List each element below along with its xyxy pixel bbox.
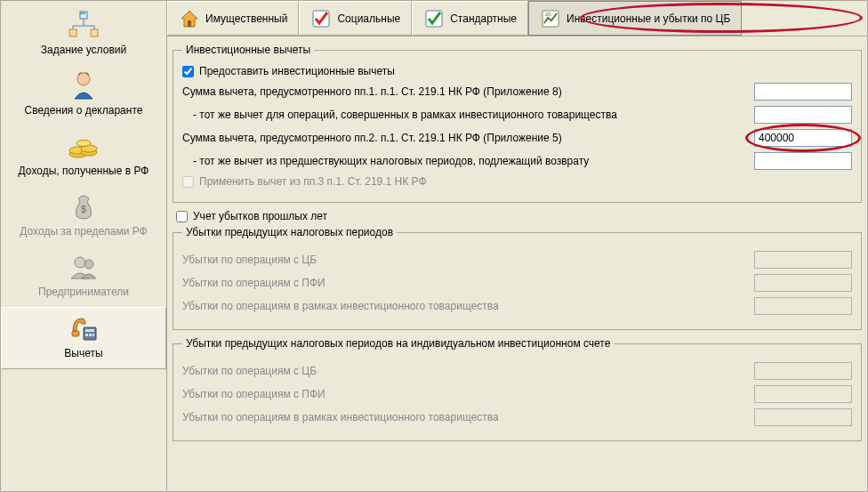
svg-rect-22 (188, 20, 191, 27)
tab-standard[interactable]: Стандартные (412, 1, 528, 36)
tab-label: Инвестиционные и убытки по ЦБ (567, 12, 730, 25)
input-loss-pfi (754, 274, 852, 292)
label: Убытки по операциям в рамках инвестицион… (182, 300, 747, 312)
sidebar-item-label: Предприниматели (38, 286, 129, 298)
sidebar-item-label: Доходы, полученные в РФ (19, 165, 149, 177)
tab-label: Социальные (337, 12, 400, 25)
checkbox-green-icon (423, 8, 445, 29)
svg-point-14 (75, 257, 85, 268)
row-iis-pfi: Убытки по операциям с ПФИ (182, 385, 852, 403)
row-sum-pp1: Сумма вычета, предусмотренного пп.1. п.1… (182, 83, 852, 101)
input-loss-cb (754, 251, 852, 269)
input-sum-pp1[interactable] (754, 83, 852, 101)
chk-provide-invest[interactable]: Предоставить инвестиционные вычеты (182, 65, 852, 77)
label: - тот же вычет из предшествующих налогов… (182, 155, 747, 167)
svg-rect-0 (80, 12, 87, 19)
sidebar-item-label: Задание условий (41, 44, 126, 56)
losses-iis-group: Убытки предыдущих налоговых периодов на … (173, 337, 862, 441)
svg-rect-18 (85, 334, 88, 336)
label: Убытки по операциям с ЦБ (182, 254, 747, 266)
tab-label: Имущественный (205, 12, 287, 25)
row-loss-pfi: Убытки по операциям с ПФИ (182, 274, 852, 292)
input-iis-it (754, 408, 852, 426)
svg-rect-20 (92, 334, 94, 336)
input-iis-pfi (754, 385, 852, 403)
tab-label: Стандартные (450, 12, 517, 25)
main-panel: Имущественный Социальные Стандартные 20.… (167, 1, 867, 491)
label: Убытки по операциям с ЦБ (182, 365, 747, 377)
row-loss-cb: Убытки по операциям с ЦБ (182, 251, 852, 269)
coins-icon (66, 131, 101, 161)
row-iis-it: Убытки по операциям в рамках инвестицион… (182, 408, 852, 426)
label: Сумма вычета, предусмотренного пп.2. п.1… (182, 132, 747, 144)
sidebar-item-label: Доходы за пределами РФ (20, 225, 147, 238)
label: - тот же вычет для операций, совершенных… (182, 109, 747, 121)
money-bag-icon: $ (66, 191, 101, 222)
row-iis-cb: Убытки по операциям с ЦБ (182, 362, 852, 380)
svg-point-7 (77, 73, 90, 85)
sidebar-item-entrepreneurs[interactable]: Предприниматели (1, 246, 166, 307)
losses-prev-legend: Убытки предыдущих налоговых периодов (182, 226, 397, 238)
label: Сумма вычета, предусмотренного пп.1. п.1… (182, 85, 747, 98)
diagram-icon (66, 10, 101, 40)
row-sum-pp1-sub: - тот же вычет для операций, совершенных… (182, 106, 852, 124)
label: Убытки по операциям с ПФИ (182, 277, 747, 289)
input-loss-it (754, 297, 852, 315)
toolbar: Имущественный Социальные Стандартные 20.… (167, 1, 867, 36)
sidebar: Задание условий Сведения о декларанте До… (1, 1, 167, 491)
sidebar-item-label: Сведения о декларанте (25, 104, 143, 117)
svg-text:$: $ (81, 205, 86, 214)
sidebar-item-income-foreign[interactable]: $ Доходы за пределами РФ (1, 186, 166, 246)
svg-rect-5 (69, 29, 76, 36)
chk-apply-pp3: Применить вычет из пп.3 п.1. Ст. 219.1 Н… (182, 175, 852, 188)
people-icon (66, 252, 101, 282)
stock-icon: 20. (540, 8, 561, 29)
checkbox-red-icon (310, 8, 332, 29)
chk-label: Учет убытков прошлых лет (193, 210, 327, 222)
chk-track-losses[interactable]: Учет убытков прошлых лет (176, 210, 862, 222)
tab-property[interactable]: Имущественный (167, 1, 299, 36)
svg-rect-6 (91, 29, 98, 36)
label: Убытки по операциям в рамках инвестицион… (182, 411, 747, 423)
app-root: Задание условий Сведения о декларанте До… (0, 0, 868, 492)
sidebar-item-declarant[interactable]: Сведения о декларанте (1, 65, 166, 125)
svg-point-12 (76, 141, 91, 147)
svg-point-15 (84, 260, 93, 269)
invest-deductions-group: Инвестиционные вычеты Предоставить инвес… (173, 44, 862, 203)
row-sum-pp2-sub: - тот же вычет из предшествующих налогов… (182, 152, 852, 170)
house-icon (179, 8, 200, 29)
row-sum-pp2: Сумма вычета, предусмотренного пп.2. п.1… (182, 129, 852, 147)
chk-label: Предоставить инвестиционные вычеты (199, 65, 395, 77)
label: Убытки по операциям с ПФИ (182, 388, 747, 400)
row-loss-it: Убытки по операциям в рамках инвестицион… (182, 297, 852, 315)
losses-iis-legend: Убытки предыдущих налоговых периодов на … (182, 337, 614, 350)
sidebar-item-deductions[interactable]: Вычеты (1, 307, 166, 369)
deductions-icon (66, 313, 101, 343)
chk-provide-invest-box[interactable] (182, 66, 194, 77)
input-iis-cb (754, 362, 852, 380)
svg-rect-19 (89, 334, 92, 336)
tab-social[interactable]: Социальные (299, 1, 412, 36)
content-area: Инвестиционные вычеты Предоставить инвес… (167, 36, 867, 491)
tab-invest-losses[interactable]: 20. Инвестиционные и убытки по ЦБ (528, 1, 742, 36)
invest-legend: Инвестиционные вычеты (182, 44, 314, 56)
svg-rect-21 (72, 331, 79, 336)
chk-track-losses-box[interactable] (176, 211, 188, 222)
input-sum-pp1-sub[interactable] (754, 106, 852, 124)
input-sum-pp2-sub[interactable] (754, 152, 852, 170)
losses-prev-group: Убытки предыдущих налоговых периодов Убы… (173, 226, 862, 330)
chk-apply-pp3-box (182, 176, 194, 188)
sidebar-item-conditions[interactable]: Задание условий (1, 4, 166, 65)
svg-text:20.: 20. (545, 12, 553, 17)
chk-label: Применить вычет из пп.3 п.1. Ст. 219.1 Н… (199, 175, 427, 188)
sidebar-item-income-rf[interactable]: Доходы, полученные в РФ (1, 125, 166, 186)
svg-rect-17 (85, 329, 94, 332)
input-sum-pp2[interactable] (754, 129, 852, 147)
sidebar-item-label: Вычеты (64, 347, 102, 359)
person-icon (66, 70, 101, 101)
